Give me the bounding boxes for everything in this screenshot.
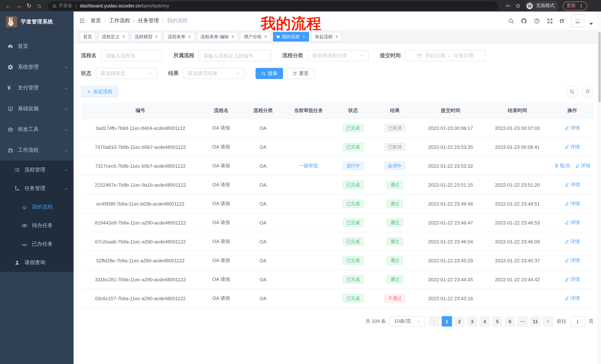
divider bbox=[76, 3, 76, 8]
tab-流程表单-编辑[interactable]: 流程表单-编辑× bbox=[197, 32, 238, 42]
pager-ellipsis[interactable]: ··· bbox=[517, 316, 528, 326]
chevron-down-icon[interactable] bbox=[588, 21, 594, 27]
sidebar-item-支付管理[interactable]: ¥支付管理 bbox=[0, 77, 74, 98]
next-page-button[interactable] bbox=[543, 316, 553, 326]
submit-time-range-picker[interactable]: 开始日期 - 结束日期 bbox=[405, 50, 485, 61]
page-button-4[interactable]: 4 bbox=[480, 316, 490, 326]
status-select[interactable]: 请选择状态 bbox=[96, 68, 157, 79]
page-button-3[interactable]: 3 bbox=[467, 316, 477, 326]
cell-result: 通过 bbox=[372, 213, 417, 232]
tab-流程表单[interactable]: 流程表单× bbox=[164, 32, 194, 42]
detail-button[interactable]: 详情 bbox=[564, 200, 580, 207]
search-icon[interactable] bbox=[508, 18, 514, 24]
help-icon[interactable] bbox=[534, 18, 540, 24]
browser-menu-icon[interactable]: ⋮ bbox=[579, 3, 583, 9]
tab-close-icon[interactable]: × bbox=[231, 35, 234, 39]
tab-close-icon[interactable]: × bbox=[302, 35, 305, 39]
refresh-table-button[interactable] bbox=[582, 86, 594, 98]
detail-button[interactable]: 详情 bbox=[575, 163, 591, 169]
breadcrumb-item[interactable]: 任务管理 bbox=[138, 18, 159, 24]
breadcrumb-item: 我的流程 bbox=[167, 18, 188, 24]
tab-发起流程[interactable]: 发起流程× bbox=[311, 32, 342, 42]
app-logo[interactable]: 芋道管理系统 bbox=[0, 11, 74, 32]
detail-button[interactable]: 详情 bbox=[564, 144, 580, 150]
detail-button[interactable]: 详情 bbox=[564, 238, 580, 245]
tab-流程模型[interactable]: 流程模型× bbox=[131, 32, 161, 42]
page-button-2[interactable]: 2 bbox=[454, 316, 465, 326]
sidebar-item-请假查询[interactable]: 请假查询 bbox=[0, 253, 74, 272]
tab-close-icon[interactable]: × bbox=[188, 35, 191, 39]
cell-actions: 详情 bbox=[551, 289, 594, 308]
tab-我的流程[interactable]: 我的流程× bbox=[273, 32, 309, 42]
search-button[interactable]: 搜索 bbox=[256, 68, 283, 79]
tab-首页[interactable]: 首页 bbox=[80, 32, 96, 42]
page-button-5[interactable]: 5 bbox=[492, 316, 502, 326]
page-button-11[interactable]: 11 bbox=[530, 316, 541, 326]
chevron-down-icon bbox=[148, 71, 153, 76]
jump-page-input[interactable] bbox=[570, 316, 585, 326]
detail-button[interactable]: 详情 bbox=[564, 276, 580, 283]
detail-button[interactable]: 详情 bbox=[564, 182, 580, 188]
fullscreen-icon[interactable] bbox=[547, 18, 553, 24]
page-size-select[interactable]: 10条/页 bbox=[390, 316, 425, 326]
tab-close-icon[interactable]: × bbox=[264, 35, 267, 39]
bookmark-star-icon[interactable] bbox=[515, 3, 521, 9]
cell-submit-time: 2022-01-22 23:49:46 bbox=[417, 194, 484, 213]
fontsize-icon[interactable]: tT bbox=[560, 18, 564, 24]
back-icon[interactable]: ← bbox=[4, 1, 13, 10]
detail-button[interactable]: 详情 bbox=[564, 257, 580, 264]
list-icon bbox=[14, 167, 20, 173]
sidebar-item-系统管理[interactable]: 系统管理 bbox=[0, 57, 74, 77]
sidebar-item-流程管理[interactable]: 流程管理 bbox=[0, 161, 74, 179]
tab-流程定义[interactable]: 流程定义× bbox=[98, 32, 129, 42]
scrollbar-thumb[interactable] bbox=[598, 32, 601, 102]
security-warning[interactable]: 不安全 bbox=[52, 3, 72, 9]
reset-button[interactable]: 重置 bbox=[287, 68, 314, 79]
sidebar-item-首页[interactable]: 首页 bbox=[0, 36, 74, 57]
process-id-input[interactable] bbox=[199, 50, 271, 61]
page-button-1[interactable]: 1 bbox=[442, 316, 452, 326]
cell-task bbox=[283, 194, 334, 213]
scrollbar[interactable] bbox=[598, 11, 601, 364]
tab-close-icon[interactable]: × bbox=[122, 35, 125, 39]
github-icon[interactable] bbox=[521, 18, 527, 24]
breadcrumb-item[interactable]: 首页 bbox=[91, 18, 101, 24]
detail-button[interactable]: 详情 bbox=[564, 125, 580, 131]
home-icon[interactable]: ⌂ bbox=[35, 1, 44, 10]
password-key-icon[interactable] bbox=[505, 3, 511, 9]
reload-icon[interactable]: ↻ bbox=[25, 1, 33, 10]
page-button-6[interactable]: 6 bbox=[505, 316, 515, 326]
tab-close-icon[interactable]: × bbox=[335, 35, 338, 39]
sidebar-item-已办任务[interactable]: 已办任务 bbox=[0, 235, 74, 253]
address-bar[interactable]: 不安全 dashboard.yudao.iocoder.cn /bpm/task… bbox=[48, 1, 499, 10]
prev-page-button[interactable] bbox=[429, 316, 440, 326]
status-badge: 不通过 bbox=[384, 294, 405, 302]
pagination: 共 104 条 10条/页 123456···11 前往 页 bbox=[81, 316, 594, 326]
sidebar-item-工作流程[interactable]: 工作流程 bbox=[0, 140, 74, 161]
detail-button[interactable]: 详情 bbox=[564, 219, 580, 226]
browser-update-button[interactable]: 更新 ⋮ bbox=[563, 1, 587, 10]
create-process-button[interactable]: 发起流程 bbox=[81, 86, 118, 97]
category-select[interactable]: 请选择流程分类 bbox=[308, 50, 369, 61]
detail-button[interactable]: 详情 bbox=[564, 295, 580, 302]
sidebar-item-研发工具[interactable]: 研发工具 bbox=[0, 119, 74, 140]
breadcrumb-item[interactable]: 工作流程 bbox=[109, 18, 130, 24]
cell-end-time: 2022-01-23 00:08:41 bbox=[484, 137, 551, 156]
toggle-search-button[interactable] bbox=[566, 86, 578, 98]
avatar[interactable] bbox=[571, 14, 584, 28]
sidebar-fold-icon[interactable] bbox=[79, 18, 85, 24]
trash-icon bbox=[554, 163, 559, 168]
sidebar-item-待办任务[interactable]: 待办任务 bbox=[0, 216, 74, 235]
result-select[interactable]: 请选择流结果 bbox=[183, 68, 244, 79]
forward-icon[interactable]: → bbox=[14, 1, 23, 10]
sidebar-item-基础设施[interactable]: 基础设施 bbox=[0, 98, 74, 119]
cell-name: OA 请假 bbox=[200, 137, 242, 156]
sidebar-item-任务管理[interactable]: 任务管理 bbox=[0, 179, 74, 198]
cancel-button[interactable]: 取消 bbox=[554, 163, 570, 169]
process-name-input[interactable] bbox=[101, 50, 162, 61]
tab-用户分组[interactable]: 用户分组× bbox=[240, 32, 271, 42]
task-link[interactable]: 一级审批 bbox=[299, 163, 318, 168]
tab-close-icon[interactable]: × bbox=[155, 35, 158, 39]
sidebar-item-我的流程[interactable]: 我的流程 bbox=[0, 198, 74, 216]
chevron-down-icon bbox=[64, 65, 68, 69]
